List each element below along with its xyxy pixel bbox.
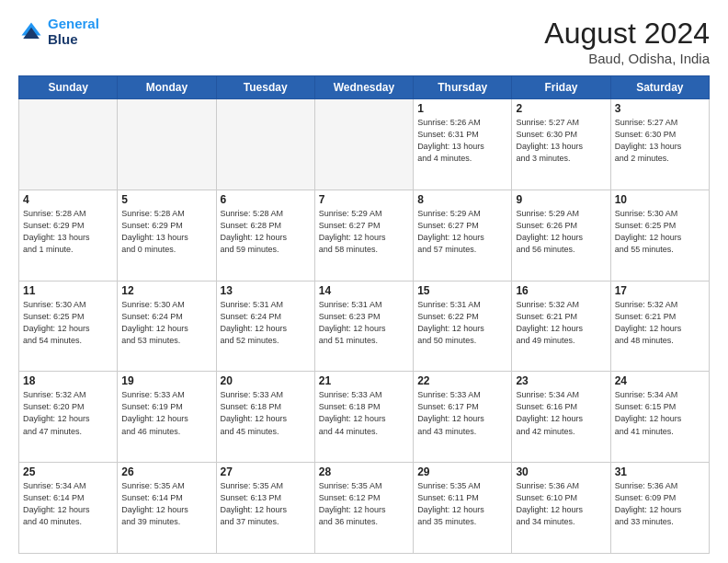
- logo-icon: [18, 19, 44, 45]
- day-info: Sunrise: 5:35 AM Sunset: 6:12 PM Dayligh…: [319, 480, 409, 528]
- logo-text: General Blue: [48, 17, 99, 47]
- day-number: 29: [417, 465, 507, 478]
- calendar-cell: 4Sunrise: 5:28 AM Sunset: 6:29 PM Daylig…: [19, 190, 118, 281]
- day-number: 11: [23, 284, 113, 297]
- calendar-cell: 5Sunrise: 5:28 AM Sunset: 6:29 PM Daylig…: [118, 190, 216, 281]
- day-number: 24: [615, 374, 705, 387]
- day-number: 22: [417, 374, 507, 387]
- day-number: 30: [516, 465, 606, 478]
- calendar-cell: 3Sunrise: 5:27 AM Sunset: 6:30 PM Daylig…: [610, 99, 709, 190]
- day-number: 5: [121, 193, 211, 206]
- weekday-header-sunday: Sunday: [19, 76, 118, 99]
- day-info: Sunrise: 5:29 AM Sunset: 6:26 PM Dayligh…: [516, 208, 606, 256]
- calendar-cell: 29Sunrise: 5:35 AM Sunset: 6:11 PM Dayli…: [414, 463, 512, 554]
- calendar-cell: [216, 99, 314, 190]
- day-info: Sunrise: 5:33 AM Sunset: 6:17 PM Dayligh…: [417, 389, 507, 437]
- day-number: 6: [221, 193, 311, 206]
- calendar-cell: 15Sunrise: 5:31 AM Sunset: 6:22 PM Dayli…: [414, 281, 512, 372]
- weekday-header-tuesday: Tuesday: [216, 76, 314, 99]
- calendar-cell: 11Sunrise: 5:30 AM Sunset: 6:25 PM Dayli…: [19, 281, 118, 372]
- calendar-cell: 19Sunrise: 5:33 AM Sunset: 6:19 PM Dayli…: [118, 372, 216, 463]
- calendar-cell: [314, 99, 413, 190]
- calendar-cell: 23Sunrise: 5:34 AM Sunset: 6:16 PM Dayli…: [512, 372, 610, 463]
- day-info: Sunrise: 5:34 AM Sunset: 6:16 PM Dayligh…: [516, 389, 606, 437]
- day-number: 3: [615, 102, 705, 115]
- day-info: Sunrise: 5:29 AM Sunset: 6:27 PM Dayligh…: [319, 208, 409, 256]
- logo: General Blue: [18, 17, 99, 47]
- month-title: August 2024: [544, 17, 710, 51]
- calendar-cell: 14Sunrise: 5:31 AM Sunset: 6:23 PM Dayli…: [314, 281, 413, 372]
- day-number: 16: [516, 284, 606, 297]
- calendar-cell: 2Sunrise: 5:27 AM Sunset: 6:30 PM Daylig…: [512, 99, 610, 190]
- week-row-5: 25Sunrise: 5:34 AM Sunset: 6:14 PM Dayli…: [19, 463, 710, 554]
- day-info: Sunrise: 5:32 AM Sunset: 6:20 PM Dayligh…: [23, 389, 113, 437]
- calendar-cell: 18Sunrise: 5:32 AM Sunset: 6:20 PM Dayli…: [19, 372, 118, 463]
- weekday-header-thursday: Thursday: [414, 76, 512, 99]
- calendar-cell: 30Sunrise: 5:36 AM Sunset: 6:10 PM Dayli…: [512, 463, 610, 554]
- calendar-cell: 28Sunrise: 5:35 AM Sunset: 6:12 PM Dayli…: [314, 463, 413, 554]
- weekday-header-monday: Monday: [118, 76, 216, 99]
- calendar-cell: 16Sunrise: 5:32 AM Sunset: 6:21 PM Dayli…: [512, 281, 610, 372]
- day-number: 25: [23, 465, 113, 478]
- location-title: Baud, Odisha, India: [544, 51, 710, 66]
- week-row-2: 4Sunrise: 5:28 AM Sunset: 6:29 PM Daylig…: [19, 190, 710, 281]
- day-number: 28: [319, 465, 409, 478]
- day-info: Sunrise: 5:28 AM Sunset: 6:28 PM Dayligh…: [221, 208, 311, 256]
- weekday-header-wednesday: Wednesday: [314, 76, 413, 99]
- day-info: Sunrise: 5:31 AM Sunset: 6:22 PM Dayligh…: [417, 299, 507, 347]
- day-number: 13: [221, 284, 311, 297]
- day-number: 27: [221, 465, 311, 478]
- calendar-cell: 26Sunrise: 5:35 AM Sunset: 6:14 PM Dayli…: [118, 463, 216, 554]
- day-info: Sunrise: 5:29 AM Sunset: 6:27 PM Dayligh…: [417, 208, 507, 256]
- week-row-4: 18Sunrise: 5:32 AM Sunset: 6:20 PM Dayli…: [19, 372, 710, 463]
- title-block: August 2024 Baud, Odisha, India: [544, 17, 710, 66]
- calendar-cell: 1Sunrise: 5:26 AM Sunset: 6:31 PM Daylig…: [414, 99, 512, 190]
- calendar-cell: 13Sunrise: 5:31 AM Sunset: 6:24 PM Dayli…: [216, 281, 314, 372]
- day-info: Sunrise: 5:35 AM Sunset: 6:11 PM Dayligh…: [417, 480, 507, 528]
- day-number: 17: [615, 284, 705, 297]
- calendar-cell: 21Sunrise: 5:33 AM Sunset: 6:18 PM Dayli…: [314, 372, 413, 463]
- calendar-cell: [118, 99, 216, 190]
- calendar-cell: 9Sunrise: 5:29 AM Sunset: 6:26 PM Daylig…: [512, 190, 610, 281]
- day-number: 15: [417, 284, 507, 297]
- day-number: 31: [615, 465, 705, 478]
- day-number: 7: [319, 193, 409, 206]
- day-number: 18: [23, 374, 113, 387]
- day-info: Sunrise: 5:32 AM Sunset: 6:21 PM Dayligh…: [516, 299, 606, 347]
- day-number: 10: [615, 193, 705, 206]
- week-row-1: 1Sunrise: 5:26 AM Sunset: 6:31 PM Daylig…: [19, 99, 710, 190]
- day-number: 2: [516, 102, 606, 115]
- calendar-cell: 20Sunrise: 5:33 AM Sunset: 6:18 PM Dayli…: [216, 372, 314, 463]
- day-number: 26: [121, 465, 211, 478]
- day-info: Sunrise: 5:33 AM Sunset: 6:18 PM Dayligh…: [319, 389, 409, 437]
- weekday-header-friday: Friday: [512, 76, 610, 99]
- header: General Blue August 2024 Baud, Odisha, I…: [18, 17, 710, 66]
- day-number: 19: [121, 374, 211, 387]
- day-info: Sunrise: 5:34 AM Sunset: 6:15 PM Dayligh…: [615, 389, 705, 437]
- day-info: Sunrise: 5:27 AM Sunset: 6:30 PM Dayligh…: [516, 117, 606, 165]
- day-info: Sunrise: 5:30 AM Sunset: 6:24 PM Dayligh…: [121, 299, 211, 347]
- day-info: Sunrise: 5:30 AM Sunset: 6:25 PM Dayligh…: [615, 208, 705, 256]
- calendar-cell: 25Sunrise: 5:34 AM Sunset: 6:14 PM Dayli…: [19, 463, 118, 554]
- day-info: Sunrise: 5:34 AM Sunset: 6:14 PM Dayligh…: [23, 480, 113, 528]
- calendar-cell: 31Sunrise: 5:36 AM Sunset: 6:09 PM Dayli…: [610, 463, 709, 554]
- calendar-cell: [19, 99, 118, 190]
- day-info: Sunrise: 5:31 AM Sunset: 6:24 PM Dayligh…: [221, 299, 311, 347]
- day-info: Sunrise: 5:35 AM Sunset: 6:14 PM Dayligh…: [121, 480, 211, 528]
- calendar-table: SundayMondayTuesdayWednesdayThursdayFrid…: [18, 75, 710, 554]
- day-info: Sunrise: 5:32 AM Sunset: 6:21 PM Dayligh…: [615, 299, 705, 347]
- day-info: Sunrise: 5:35 AM Sunset: 6:13 PM Dayligh…: [221, 480, 311, 528]
- day-info: Sunrise: 5:33 AM Sunset: 6:18 PM Dayligh…: [221, 389, 311, 437]
- day-info: Sunrise: 5:31 AM Sunset: 6:23 PM Dayligh…: [319, 299, 409, 347]
- calendar-cell: 10Sunrise: 5:30 AM Sunset: 6:25 PM Dayli…: [610, 190, 709, 281]
- calendar-cell: 6Sunrise: 5:28 AM Sunset: 6:28 PM Daylig…: [216, 190, 314, 281]
- week-row-3: 11Sunrise: 5:30 AM Sunset: 6:25 PM Dayli…: [19, 281, 710, 372]
- calendar-cell: 8Sunrise: 5:29 AM Sunset: 6:27 PM Daylig…: [414, 190, 512, 281]
- day-info: Sunrise: 5:28 AM Sunset: 6:29 PM Dayligh…: [121, 208, 211, 256]
- day-info: Sunrise: 5:26 AM Sunset: 6:31 PM Dayligh…: [417, 117, 507, 165]
- day-info: Sunrise: 5:36 AM Sunset: 6:09 PM Dayligh…: [615, 480, 705, 528]
- calendar-cell: 27Sunrise: 5:35 AM Sunset: 6:13 PM Dayli…: [216, 463, 314, 554]
- weekday-header-row: SundayMondayTuesdayWednesdayThursdayFrid…: [19, 76, 710, 99]
- calendar-cell: 17Sunrise: 5:32 AM Sunset: 6:21 PM Dayli…: [610, 281, 709, 372]
- day-number: 4: [23, 193, 113, 206]
